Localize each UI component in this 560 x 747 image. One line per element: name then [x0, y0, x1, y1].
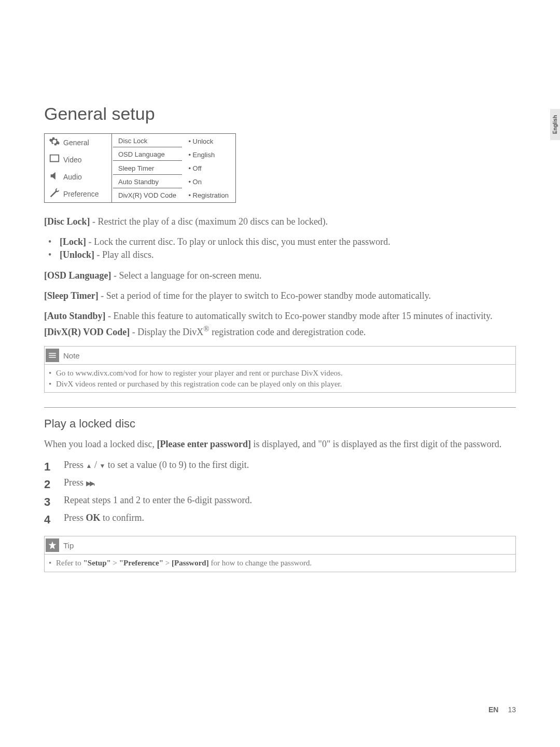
- note-body: Go to www.divx.com/vod for how to regist…: [45, 365, 515, 392]
- disc-lock-lead: [Disc Lock]: [44, 216, 90, 227]
- tip-q1: "Setup": [83, 559, 110, 567]
- sleep-timer-lead: [Sleep Timer]: [44, 290, 99, 301]
- lock-lead: [Lock]: [60, 237, 86, 247]
- tip-header: Tip: [45, 536, 515, 555]
- divider: [44, 407, 516, 408]
- tip-title: Tip: [63, 541, 74, 550]
- note-box: Note Go to www.divx.com/vod for how to r…: [44, 346, 516, 393]
- step-3: 3Repeat steps 1 and 2 to enter the 6-dig…: [44, 493, 516, 511]
- tip-box: Tip Refer to "Setup" > "Preference" > [P…: [44, 536, 516, 572]
- step-1: 1Press / to set a value (0 to 9) to the …: [44, 458, 516, 476]
- note-icon: [46, 349, 59, 362]
- s3-text: Repeat steps 1 and 2 to enter the 6-digi…: [64, 493, 252, 511]
- list-item: [Lock] - Lock the current disc. To play …: [46, 236, 516, 248]
- page-footer: EN13: [488, 706, 516, 714]
- setting-value: English: [183, 148, 234, 161]
- note-title: Note: [63, 351, 80, 360]
- sidebar-item-video: Video: [45, 151, 111, 168]
- footer-lang: EN: [488, 706, 498, 714]
- table-row: DivX(R) VOD CodeRegistration: [113, 189, 234, 201]
- setting-value: Off: [183, 162, 234, 174]
- speaker-icon: [49, 170, 60, 183]
- s1-post: to set a value (0 to 9) to the first dig…: [105, 460, 249, 470]
- intro-pre: When you load a locked disc,: [44, 439, 157, 449]
- divx-text: [DivX(R) VOD Code] - Display the DivX® r…: [44, 324, 516, 339]
- table-row: OSD LanguageEnglish: [113, 148, 234, 161]
- divx-desc-pre: - Display the DivX: [130, 327, 203, 337]
- divx-desc-post: registration code and deregistration cod…: [209, 327, 366, 337]
- sidebar-item-audio: Audio: [45, 168, 111, 185]
- list-item: [Unlock] - Play all discs.: [46, 248, 516, 261]
- setting-name: Disc Lock: [113, 135, 182, 147]
- tip-icon: [46, 538, 59, 552]
- gear-icon: [49, 136, 60, 149]
- sidebar-item-label: Preference: [63, 190, 99, 198]
- sidebar-item-label: Video: [63, 156, 82, 164]
- auto-standby-lead: [Auto Standby]: [44, 311, 106, 321]
- language-tab: English: [550, 109, 560, 140]
- tip-gt2: >: [163, 559, 172, 567]
- step-2: 2Press .: [44, 476, 516, 493]
- s4-ok: OK: [86, 513, 101, 523]
- setting-value: Unlock: [183, 135, 234, 147]
- arrow-down-icon: [99, 460, 105, 470]
- fast-forward-icon: [86, 477, 93, 488]
- divx-reg: ®: [203, 325, 209, 333]
- sidebar-item-label: Audio: [63, 173, 82, 181]
- divx-lead: [DivX(R) VOD Code]: [44, 327, 130, 337]
- list-item: Go to www.divx.com/vod for how to regist…: [49, 368, 511, 378]
- settings-table: Disc LockUnlock OSD LanguageEnglish Slee…: [111, 133, 236, 203]
- setting-name: Sleep Timer: [113, 162, 182, 174]
- sidebar-item-label: General: [63, 139, 89, 147]
- unlock-desc: - Play all discs.: [94, 250, 154, 260]
- list-item: Refer to "Setup" > "Preference" > [Passw…: [49, 558, 511, 568]
- table-row: Sleep TimerOff: [113, 162, 234, 174]
- table-row: Disc LockUnlock: [113, 135, 234, 147]
- setting-value: Registration: [183, 189, 234, 201]
- setting-name: DivX(R) VOD Code: [113, 189, 182, 201]
- note-header: Note: [45, 347, 515, 365]
- steps-list: 1Press / to set a value (0 to 9) to the …: [44, 458, 516, 529]
- lock-desc: - Lock the current disc. To play or unlo…: [86, 237, 390, 247]
- table-row: Auto StandbyOn: [113, 176, 234, 188]
- sleep-timer-desc: - Set a period of time for the player to…: [99, 290, 431, 301]
- s2-post: .: [93, 477, 96, 488]
- tip-gt1: >: [111, 559, 119, 567]
- sidebar-item-preference: Preference: [45, 185, 111, 202]
- setup-sidebar: General Video Audio Preference: [44, 133, 111, 203]
- disc-lock-desc: - Restrict the play of a disc (maximum 2…: [90, 216, 328, 227]
- step-4: 4Press OK to confirm.: [44, 511, 516, 529]
- s1-pre: Press: [64, 460, 86, 470]
- s4-pre: Press: [64, 513, 86, 523]
- screen-icon: [49, 153, 60, 166]
- arrow-up-icon: [86, 460, 92, 470]
- s2-pre: Press: [64, 477, 86, 488]
- sleep-timer-text: [Sleep Timer] - Set a period of time for…: [44, 289, 516, 302]
- setup-menu-figure: General Video Audio Preference: [44, 133, 516, 203]
- disc-lock-text: [Disc Lock] - Restrict the play of a dis…: [44, 215, 516, 228]
- setting-name: OSD Language: [113, 148, 182, 161]
- play-locked-heading: Play a locked disc: [44, 417, 516, 431]
- play-locked-intro: When you load a locked disc, [Please ent…: [44, 438, 516, 451]
- intro-bold: [Please enter password]: [157, 439, 251, 449]
- setting-value: On: [183, 176, 234, 188]
- list-item: DivX videos rented or purchased by this …: [49, 379, 511, 389]
- wrench-icon: [49, 187, 60, 200]
- sidebar-item-general: General: [45, 134, 111, 151]
- disc-lock-options: [Lock] - Lock the current disc. To play …: [46, 236, 516, 261]
- unlock-lead: [Unlock]: [60, 250, 94, 260]
- auto-standby-desc: - Enable this feature to automatically s…: [106, 311, 493, 321]
- setting-name: Auto Standby: [113, 176, 182, 188]
- osd-lang-text: [OSD Language] - Select a language for o…: [44, 269, 516, 282]
- tip-q2: "Preference": [119, 559, 163, 567]
- page-title: General setup: [44, 104, 516, 124]
- tip-q3: [Password]: [172, 559, 209, 567]
- osd-lang-lead: [OSD Language]: [44, 270, 111, 281]
- auto-standby-text: [Auto Standby] - Enable this feature to …: [44, 310, 516, 323]
- tip-body: Refer to "Setup" > "Preference" > [Passw…: [45, 555, 515, 571]
- tip-post: for how to change the password.: [209, 559, 312, 567]
- tip-pre: Refer to: [56, 559, 83, 567]
- intro-post: is displayed, and "0" is displayed as th…: [251, 439, 501, 449]
- osd-lang-desc: - Select a language for on-screen menu.: [111, 270, 262, 281]
- footer-page-number: 13: [508, 706, 516, 714]
